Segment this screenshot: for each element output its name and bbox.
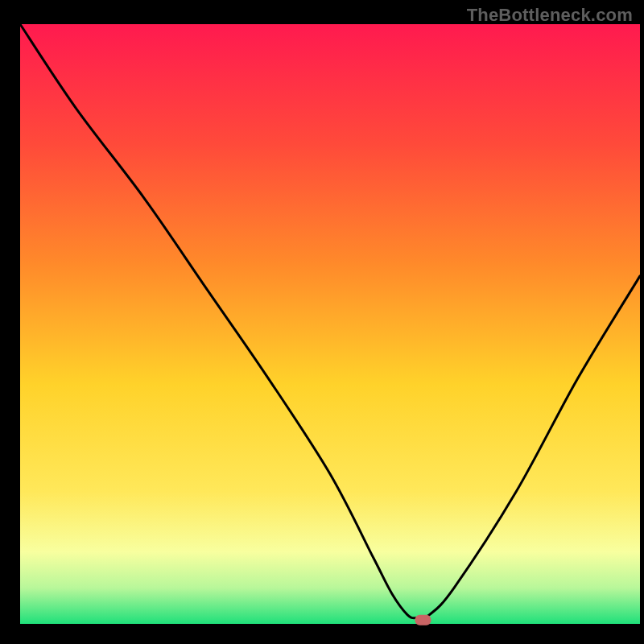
chart-container: TheBottleneck.com: [0, 0, 644, 644]
optimum-marker: [415, 615, 431, 625]
plot-area: [20, 24, 640, 624]
watermark-text: TheBottleneck.com: [467, 5, 633, 26]
chart-svg: [0, 0, 644, 644]
